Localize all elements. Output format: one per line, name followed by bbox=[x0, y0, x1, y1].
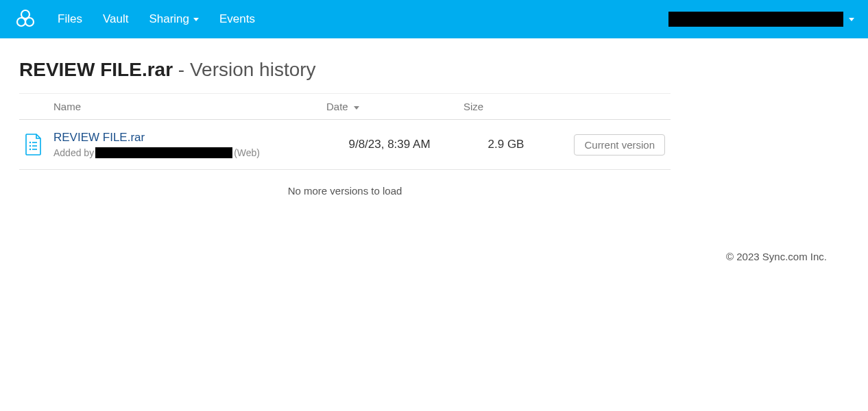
svg-point-2 bbox=[25, 18, 34, 26]
nav-sharing-label: Sharing bbox=[149, 12, 189, 26]
version-date: 9/8/23, 8:39 AM bbox=[321, 120, 458, 170]
nav-files[interactable]: Files bbox=[58, 12, 82, 26]
user-menu[interactable] bbox=[668, 12, 854, 27]
added-by-suffix: (Web) bbox=[234, 147, 260, 158]
added-by-user-redacted bbox=[95, 147, 232, 158]
version-file-link[interactable]: REVIEW FILE.rar bbox=[53, 131, 315, 145]
sync-logo-icon bbox=[14, 8, 37, 31]
version-table: Name Date Size bbox=[19, 93, 671, 170]
col-header-date-label: Date bbox=[326, 101, 348, 112]
nav-sharing[interactable]: Sharing bbox=[149, 12, 199, 26]
added-by-prefix: Added by bbox=[53, 147, 94, 158]
current-version-button[interactable]: Current version bbox=[574, 134, 665, 155]
main-content: REVIEW FILE.rar - Version history Name D… bbox=[0, 38, 686, 197]
svg-point-1 bbox=[17, 18, 25, 26]
table-row: REVIEW FILE.rar Added by (Web) 9/8/23, 8… bbox=[19, 120, 671, 170]
nav-events[interactable]: Events bbox=[219, 12, 255, 26]
sort-desc-icon bbox=[354, 106, 359, 110]
page-title-suffix: - Version history bbox=[173, 59, 316, 80]
no-more-versions: No more versions to load bbox=[19, 185, 671, 197]
logo[interactable] bbox=[14, 8, 37, 31]
user-name-redacted bbox=[668, 12, 843, 27]
chevron-down-icon bbox=[193, 18, 199, 21]
page-title-filename: REVIEW FILE.rar bbox=[19, 59, 173, 80]
version-size: 2.9 GB bbox=[458, 120, 554, 170]
svg-point-3 bbox=[29, 142, 31, 143]
chevron-down-icon bbox=[849, 18, 854, 21]
nav-vault[interactable]: Vault bbox=[103, 12, 129, 26]
svg-point-7 bbox=[29, 149, 31, 150]
col-header-size[interactable]: Size bbox=[458, 94, 554, 120]
col-header-date[interactable]: Date bbox=[321, 94, 458, 120]
file-icon bbox=[25, 134, 43, 155]
col-header-name[interactable]: Name bbox=[48, 94, 321, 120]
page-title: REVIEW FILE.rar - Version history bbox=[19, 59, 666, 81]
main-nav: Files Vault Sharing Events bbox=[58, 12, 255, 26]
top-nav-bar: Files Vault Sharing Events bbox=[0, 0, 868, 38]
version-added-by: Added by (Web) bbox=[53, 147, 315, 158]
svg-point-5 bbox=[29, 145, 31, 147]
